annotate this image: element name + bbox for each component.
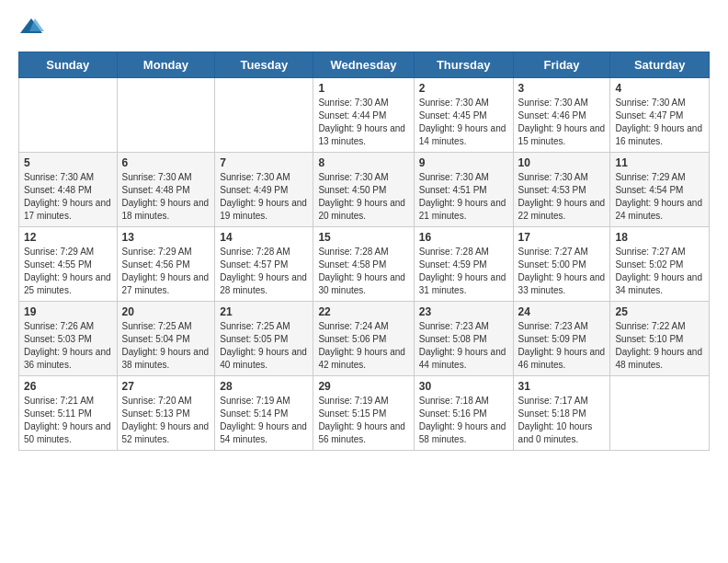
day-number: 25	[615, 305, 704, 318]
calendar-cell: 30Sunrise: 7:18 AM Sunset: 5:16 PM Dayli…	[414, 376, 513, 451]
calendar-cell: 23Sunrise: 7:23 AM Sunset: 5:08 PM Dayli…	[414, 302, 513, 376]
calendar-cell: 31Sunrise: 7:17 AM Sunset: 5:18 PM Dayli…	[513, 376, 610, 451]
calendar-cell: 25Sunrise: 7:22 AM Sunset: 5:10 PM Dayli…	[610, 302, 710, 376]
calendar-cell: 6Sunrise: 7:30 AM Sunset: 4:48 PM Daylig…	[117, 153, 215, 227]
calendar-cell: 12Sunrise: 7:29 AM Sunset: 4:55 PM Dayli…	[19, 227, 118, 302]
day-info: Sunrise: 7:30 AM Sunset: 4:48 PM Dayligh…	[122, 171, 210, 223]
day-info: Sunrise: 7:29 AM Sunset: 4:56 PM Dayligh…	[122, 246, 210, 297]
day-number: 22	[318, 305, 408, 318]
day-number: 4	[615, 82, 704, 95]
day-number: 2	[419, 82, 508, 95]
day-number: 26	[24, 380, 112, 393]
calendar-week-3: 12Sunrise: 7:29 AM Sunset: 4:55 PM Dayli…	[19, 227, 710, 302]
calendar-cell: 2Sunrise: 7:30 AM Sunset: 4:45 PM Daylig…	[414, 78, 513, 153]
day-info: Sunrise: 7:26 AM Sunset: 5:03 PM Dayligh…	[24, 320, 112, 372]
calendar-cell	[117, 78, 215, 153]
day-header-sunday: Sunday	[19, 52, 118, 78]
calendar-cell: 15Sunrise: 7:28 AM Sunset: 4:58 PM Dayli…	[313, 227, 414, 302]
calendar-cell: 14Sunrise: 7:28 AM Sunset: 4:57 PM Dayli…	[215, 227, 313, 302]
day-info: Sunrise: 7:30 AM Sunset: 4:45 PM Dayligh…	[419, 97, 508, 148]
day-number: 7	[220, 156, 308, 169]
logo	[18, 15, 48, 40]
calendar-cell: 10Sunrise: 7:30 AM Sunset: 4:53 PM Dayli…	[513, 153, 610, 227]
day-info: Sunrise: 7:19 AM Sunset: 5:15 PM Dayligh…	[318, 395, 408, 446]
day-info: Sunrise: 7:27 AM Sunset: 5:00 PM Dayligh…	[518, 246, 606, 297]
day-info: Sunrise: 7:30 AM Sunset: 4:48 PM Dayligh…	[24, 171, 112, 223]
calendar-cell: 13Sunrise: 7:29 AM Sunset: 4:56 PM Dayli…	[117, 227, 215, 302]
day-info: Sunrise: 7:23 AM Sunset: 5:09 PM Dayligh…	[518, 320, 606, 372]
day-info: Sunrise: 7:23 AM Sunset: 5:08 PM Dayligh…	[419, 320, 508, 372]
day-info: Sunrise: 7:24 AM Sunset: 5:06 PM Dayligh…	[318, 320, 408, 372]
day-info: Sunrise: 7:30 AM Sunset: 4:47 PM Dayligh…	[615, 97, 704, 148]
calendar-cell	[215, 78, 313, 153]
calendar-week-4: 19Sunrise: 7:26 AM Sunset: 5:03 PM Dayli…	[19, 302, 710, 376]
day-number: 20	[122, 305, 210, 318]
day-info: Sunrise: 7:30 AM Sunset: 4:49 PM Dayligh…	[220, 171, 308, 223]
day-info: Sunrise: 7:30 AM Sunset: 4:46 PM Dayligh…	[518, 97, 606, 148]
calendar-week-5: 26Sunrise: 7:21 AM Sunset: 5:11 PM Dayli…	[19, 376, 710, 451]
day-header-friday: Friday	[513, 52, 610, 78]
day-number: 1	[318, 82, 408, 95]
day-info: Sunrise: 7:25 AM Sunset: 5:05 PM Dayligh…	[220, 320, 308, 372]
calendar-cell: 24Sunrise: 7:23 AM Sunset: 5:09 PM Dayli…	[513, 302, 610, 376]
day-info: Sunrise: 7:17 AM Sunset: 5:18 PM Dayligh…	[518, 395, 606, 446]
day-number: 18	[615, 231, 704, 244]
day-number: 21	[220, 305, 308, 318]
page: SundayMondayTuesdayWednesdayThursdayFrid…	[0, 0, 728, 469]
calendar-cell	[19, 78, 118, 153]
day-info: Sunrise: 7:28 AM Sunset: 4:59 PM Dayligh…	[419, 246, 508, 297]
calendar-cell: 18Sunrise: 7:27 AM Sunset: 5:02 PM Dayli…	[610, 227, 710, 302]
logo-icon	[18, 15, 44, 40]
calendar-cell: 9Sunrise: 7:30 AM Sunset: 4:51 PM Daylig…	[414, 153, 513, 227]
day-number: 5	[24, 156, 112, 169]
calendar-week-1: 1Sunrise: 7:30 AM Sunset: 4:44 PM Daylig…	[19, 78, 710, 153]
calendar-cell: 19Sunrise: 7:26 AM Sunset: 5:03 PM Dayli…	[19, 302, 118, 376]
day-number: 8	[318, 156, 408, 169]
calendar-header-row: SundayMondayTuesdayWednesdayThursdayFrid…	[19, 52, 710, 78]
day-number: 19	[24, 305, 112, 318]
calendar-table: SundayMondayTuesdayWednesdayThursdayFrid…	[18, 52, 710, 451]
day-number: 6	[122, 156, 210, 169]
calendar-cell	[610, 376, 710, 451]
day-number: 14	[220, 231, 308, 244]
day-info: Sunrise: 7:30 AM Sunset: 4:51 PM Dayligh…	[419, 171, 508, 223]
day-info: Sunrise: 7:22 AM Sunset: 5:10 PM Dayligh…	[615, 320, 704, 372]
calendar-cell: 1Sunrise: 7:30 AM Sunset: 4:44 PM Daylig…	[313, 78, 414, 153]
day-info: Sunrise: 7:25 AM Sunset: 5:04 PM Dayligh…	[122, 320, 210, 372]
day-info: Sunrise: 7:28 AM Sunset: 4:57 PM Dayligh…	[220, 246, 308, 297]
day-number: 16	[419, 231, 508, 244]
calendar-week-2: 5Sunrise: 7:30 AM Sunset: 4:48 PM Daylig…	[19, 153, 710, 227]
day-header-monday: Monday	[117, 52, 215, 78]
day-number: 13	[122, 231, 210, 244]
day-header-wednesday: Wednesday	[313, 52, 414, 78]
calendar-cell: 7Sunrise: 7:30 AM Sunset: 4:49 PM Daylig…	[215, 153, 313, 227]
calendar-cell: 17Sunrise: 7:27 AM Sunset: 5:00 PM Dayli…	[513, 227, 610, 302]
calendar-cell: 29Sunrise: 7:19 AM Sunset: 5:15 PM Dayli…	[313, 376, 414, 451]
calendar-cell: 8Sunrise: 7:30 AM Sunset: 4:50 PM Daylig…	[313, 153, 414, 227]
day-info: Sunrise: 7:21 AM Sunset: 5:11 PM Dayligh…	[24, 395, 112, 446]
day-number: 10	[518, 156, 606, 169]
calendar-cell: 21Sunrise: 7:25 AM Sunset: 5:05 PM Dayli…	[215, 302, 313, 376]
day-number: 11	[615, 156, 704, 169]
day-info: Sunrise: 7:20 AM Sunset: 5:13 PM Dayligh…	[122, 395, 210, 446]
day-number: 15	[318, 231, 408, 244]
day-info: Sunrise: 7:30 AM Sunset: 4:50 PM Dayligh…	[318, 171, 408, 223]
day-number: 12	[24, 231, 112, 244]
calendar-cell: 11Sunrise: 7:29 AM Sunset: 4:54 PM Dayli…	[610, 153, 710, 227]
day-header-thursday: Thursday	[414, 52, 513, 78]
day-number: 27	[122, 380, 210, 393]
calendar-cell: 26Sunrise: 7:21 AM Sunset: 5:11 PM Dayli…	[19, 376, 118, 451]
day-info: Sunrise: 7:18 AM Sunset: 5:16 PM Dayligh…	[419, 395, 508, 446]
day-number: 9	[419, 156, 508, 169]
calendar-cell: 27Sunrise: 7:20 AM Sunset: 5:13 PM Dayli…	[117, 376, 215, 451]
day-info: Sunrise: 7:27 AM Sunset: 5:02 PM Dayligh…	[615, 246, 704, 297]
day-number: 29	[318, 380, 408, 393]
day-info: Sunrise: 7:29 AM Sunset: 4:55 PM Dayligh…	[24, 246, 112, 297]
day-header-saturday: Saturday	[610, 52, 710, 78]
day-number: 23	[419, 305, 508, 318]
calendar-cell: 3Sunrise: 7:30 AM Sunset: 4:46 PM Daylig…	[513, 78, 610, 153]
day-info: Sunrise: 7:29 AM Sunset: 4:54 PM Dayligh…	[615, 171, 704, 223]
calendar-cell: 28Sunrise: 7:19 AM Sunset: 5:14 PM Dayli…	[215, 376, 313, 451]
day-number: 30	[419, 380, 508, 393]
day-info: Sunrise: 7:28 AM Sunset: 4:58 PM Dayligh…	[318, 246, 408, 297]
